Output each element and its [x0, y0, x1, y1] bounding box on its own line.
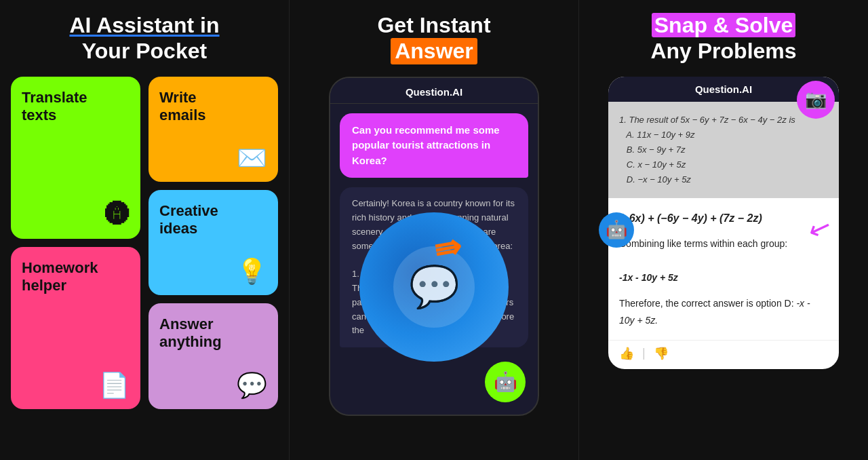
answer-icon: 💬: [237, 371, 267, 400]
homework-card[interactable]: Homeworkhelper 📄: [11, 247, 140, 409]
feature-cards: Translatetexts 🅐 Homeworkhelper 📄 Writee…: [11, 77, 278, 409]
solution-math2: -x - 10y + 5z.: [619, 298, 810, 326]
right-title-line2: Any Problems: [650, 39, 796, 63]
homework-icon: 📄: [99, 371, 130, 400]
left-title-line1: AI Assistant in: [69, 13, 219, 37]
user-bubble: Can you recommend me some popular touris…: [340, 113, 528, 178]
center-title-line2: Answer: [391, 38, 477, 64]
solution-body: (−6x) + (−6y − 4y) + (7z − 2z) Combining…: [608, 198, 839, 340]
right-phone: Question.AI 1. The result of 5x − 6y + 7…: [608, 77, 839, 369]
solution-text1: Combining like terms within each group:: [619, 235, 828, 252]
answer-label: Answeranything: [159, 315, 267, 351]
left-title-line2: Your Pocket: [82, 39, 207, 63]
translate-label: Translatetexts: [22, 89, 130, 124]
bot-avatar: 🤖: [599, 212, 634, 248]
answer-card[interactable]: Answeranything 💬: [149, 303, 278, 408]
solution-math1: -1x - 10y + 5z: [619, 269, 828, 286]
left-col-1: Translatetexts 🅐 Homeworkhelper 📄: [11, 77, 140, 409]
divider: |: [642, 346, 646, 361]
email-card[interactable]: Writeemails ✉️: [149, 77, 278, 182]
left-panel: AI Assistant in Your Pocket Translatetex…: [0, 0, 290, 460]
creative-label: Creativeideas: [159, 202, 267, 237]
left-col-2: Writeemails ✉️ Creativeideas 💡 Answerany…: [149, 77, 278, 409]
center-title-line1: Get Instant: [377, 13, 490, 37]
solution-text2: Therefore, the correct answer is option …: [619, 295, 828, 329]
email-label: Writeemails: [159, 89, 267, 124]
handwritten-problem: 1. The result of 5x − 6y + 7z − 6x − 4y …: [608, 102, 839, 198]
right-title-line1: Snap & Solve: [652, 13, 796, 37]
thumbs-down-icon[interactable]: 👎: [654, 346, 669, 361]
chat-speech-icon: 💬: [409, 263, 460, 311]
center-title: Get Instant Answer: [377, 12, 490, 64]
right-title: Snap & Solve Any Problems: [650, 12, 796, 64]
bot-button[interactable]: 🤖: [485, 362, 526, 402]
homework-label: Homeworkhelper: [22, 259, 130, 294]
thumbs-row: 👍 | 👎: [608, 340, 839, 369]
creative-card[interactable]: Creativeideas 💡: [149, 190, 278, 295]
center-panel: Get Instant Answer Question.AI Can you r…: [290, 0, 579, 460]
center-phone-header: Question.AI: [330, 78, 538, 104]
camera-button[interactable]: 📷: [797, 81, 835, 119]
email-icon: ✉️: [237, 144, 267, 172]
thumbs-up-icon[interactable]: 👍: [619, 346, 634, 361]
translate-icon: 🅐: [105, 201, 130, 229]
translate-card[interactable]: Translatetexts 🅐: [11, 77, 140, 239]
right-panel: Snap & Solve Any Problems Question.AI 1.…: [579, 0, 868, 460]
solution-heading: (−6x) + (−6y − 4y) + (7z − 2z): [619, 209, 828, 229]
left-title: AI Assistant in Your Pocket: [69, 12, 219, 64]
creative-icon: 💡: [237, 257, 267, 286]
